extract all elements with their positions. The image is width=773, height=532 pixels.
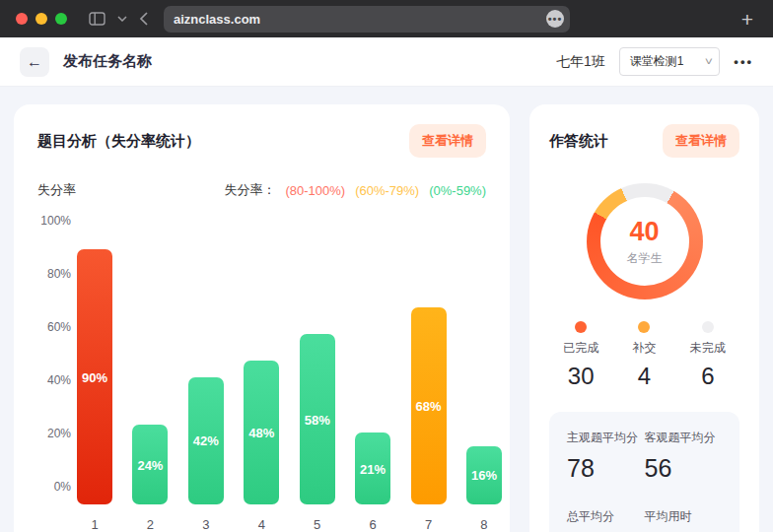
bar-value-label: 48% (248, 426, 274, 440)
bar-value-label: 21% (360, 461, 386, 476)
page-title: 发布任务名称 (63, 52, 152, 71)
y-axis-title: 失分率 (37, 181, 76, 199)
legend-label: 补交 (632, 340, 656, 357)
bar: 16% (466, 446, 502, 504)
legend-dot-icon (575, 321, 587, 333)
bar-value-label: 90% (82, 369, 107, 384)
bar-value-label: 42% (193, 433, 219, 448)
bar-value-label: 58% (305, 412, 330, 427)
stat-label: 总平均分 (567, 508, 645, 525)
student-total-label: 名学生 (627, 250, 663, 267)
bar: 21% (355, 432, 390, 504)
test-select-dropdown[interactable]: 课堂检测1 ˅ (619, 47, 721, 76)
legend-value: 4 (638, 363, 651, 390)
donut-chart: 40 名学生 (587, 183, 703, 299)
bar-value-label: 68% (416, 399, 442, 414)
back-icon[interactable] (139, 12, 148, 26)
window-controls (16, 13, 67, 25)
donut-legend-item: 已完成30 (549, 321, 612, 390)
stat-item: 平均用时3’45” (645, 508, 723, 532)
url-text: aiznclass.com (174, 12, 260, 27)
page-menu-icon[interactable]: ••• (546, 10, 564, 28)
bar: 58% (300, 334, 335, 504)
x-tick-label: 7 (411, 517, 447, 532)
stat-item: 总平均分72 (567, 508, 645, 532)
stat-item: 客观题平均分56 (645, 430, 723, 483)
main-content: 题目分析（失分率统计） 查看详情 失分率 失分率： (80-100%)(60%-… (0, 87, 773, 532)
chart-legend: 失分率： (80-100%)(60%-79%)(0%-59%) (224, 181, 486, 199)
legend-title: 失分率： (224, 181, 275, 199)
stats-panel: 主观题平均分78客观题平均分56总平均分72平均用时3’45” (549, 412, 739, 532)
bar: 68% (411, 307, 447, 504)
app-header: ← 发布任务名称 七年1班 课堂检测1 ˅ ••• (0, 37, 773, 87)
back-button[interactable]: ← (20, 47, 49, 77)
bar: 48% (244, 361, 279, 504)
y-tick-label: 80% (47, 267, 71, 281)
donut-center: 40 名学生 (600, 197, 689, 286)
stat-value: 78 (567, 454, 645, 483)
bar: 24% (132, 425, 168, 504)
x-tick-label: 2 (132, 517, 168, 532)
close-window-icon[interactable] (16, 13, 28, 25)
bar-chart: 100%80%60%40%20%0% 90%24%42%48%58%21%68%… (37, 209, 486, 532)
bar: 42% (188, 377, 224, 504)
bar-chart-y-axis: 100%80%60%40%20%0% (37, 221, 77, 487)
x-tick-label: 3 (188, 517, 224, 532)
legend-dot-icon (702, 321, 714, 333)
chevron-down-icon: ˅ (704, 57, 712, 67)
x-tick-label: 1 (77, 517, 112, 532)
donut-legend-item: 未完成6 (676, 321, 739, 390)
stat-label: 客观题平均分 (645, 430, 723, 446)
bar-value-label: 16% (471, 468, 497, 483)
stat-item: 主观题平均分78 (567, 430, 645, 483)
x-tick-label: 8 (466, 517, 502, 532)
x-tick-label: 4 (244, 517, 279, 532)
legend-dot-icon (638, 321, 650, 333)
bar: 90% (77, 249, 112, 504)
legend-value: 30 (568, 363, 595, 390)
back-arrow-icon: ← (27, 53, 42, 71)
new-tab-icon[interactable]: + (738, 9, 757, 30)
legend-label: 未完成 (690, 340, 726, 357)
chevron-down-icon[interactable] (117, 16, 127, 22)
more-menu-icon[interactable]: ••• (734, 54, 753, 69)
y-tick-label: 20% (47, 427, 71, 440)
bar-value-label: 24% (137, 457, 163, 472)
question-detail-button[interactable]: 查看详情 (409, 124, 486, 158)
x-tick-label: 5 (300, 517, 335, 532)
legend-item: (0%-59%) (429, 183, 486, 198)
legend-label: 已完成 (563, 340, 598, 357)
sidebar-icon[interactable] (89, 12, 105, 26)
y-tick-label: 60% (47, 320, 71, 334)
question-card-title: 题目分析（失分率统计） (37, 132, 200, 151)
stat-label: 主观题平均分 (567, 430, 645, 446)
bar-chart-x-labels: 12345678 (77, 517, 502, 532)
y-tick-label: 0% (54, 480, 71, 494)
class-name: 七年1班 (556, 53, 605, 71)
bar-chart-bars: 90%24%42%48%58%21%68%16% (77, 249, 502, 504)
donut-legend: 已完成30补交4未完成6 (549, 321, 739, 390)
donut-legend-item: 补交4 (612, 321, 675, 390)
y-tick-label: 100% (40, 214, 71, 228)
browser-chrome: aiznclass.com ••• + (0, 0, 773, 37)
x-tick-label: 6 (355, 517, 390, 532)
legend-item: (60%-79%) (355, 183, 419, 198)
stat-label: 平均用时 (645, 508, 723, 525)
student-total: 40 (629, 217, 659, 247)
answer-detail-button[interactable]: 查看详情 (663, 124, 739, 158)
answer-stats-card: 作答统计 查看详情 40 名学生 已完成30补交4未完成6 主观题平均分78客观… (529, 104, 759, 532)
stat-value: 56 (645, 454, 723, 483)
y-tick-label: 40% (47, 373, 71, 387)
address-bar[interactable]: aiznclass.com ••• (164, 6, 570, 33)
test-select-value: 课堂检测1 (630, 53, 684, 70)
legend-value: 6 (701, 363, 714, 390)
zoom-window-icon[interactable] (55, 13, 67, 25)
question-analysis-card: 题目分析（失分率统计） 查看详情 失分率 失分率： (80-100%)(60%-… (14, 104, 510, 532)
legend-item: (80-100%) (285, 183, 345, 198)
answer-card-title: 作答统计 (549, 132, 608, 151)
minimize-window-icon[interactable] (35, 13, 47, 25)
